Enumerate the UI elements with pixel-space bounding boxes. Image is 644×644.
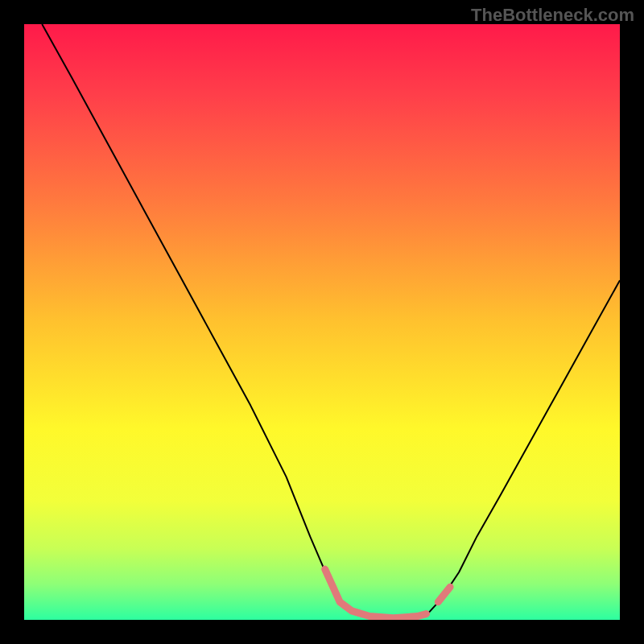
watermark-text: TheBottleneck.com	[471, 5, 634, 26]
chart-svg	[24, 24, 620, 620]
chart-root: TheBottleneck.com	[0, 0, 644, 644]
plot-area	[24, 24, 620, 620]
gradient-background	[24, 24, 620, 620]
